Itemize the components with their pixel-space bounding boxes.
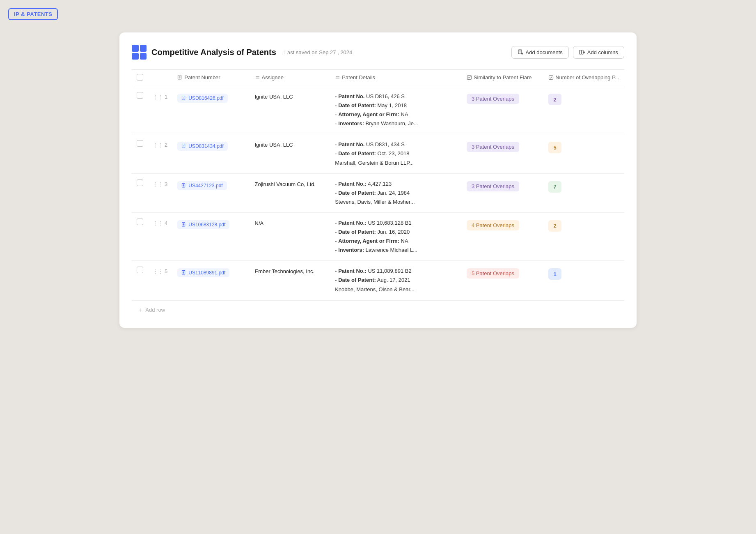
table-row: ⋮⋮ 3 US4427123.pdf Zojirushi Vacuum Co, …: [132, 173, 624, 212]
row-num-label: 2: [165, 142, 167, 148]
table-row: ⋮⋮ 2 USD831434.pdf Ignite USA, LLC- Pate…: [132, 134, 624, 173]
similarity-badge: 5 Patent Overlaps: [467, 268, 519, 279]
assignee-cell: Ember Technologies, Inc.: [250, 261, 330, 300]
similarity-cell: 3 Patent Overlaps: [462, 173, 543, 212]
row-checkbox[interactable]: [137, 219, 143, 225]
row-checkbox-cell: [132, 86, 148, 134]
table-row: ⋮⋮ 4 US10683128.pdf N/A- Patent No.: US …: [132, 212, 624, 260]
overlap-number-badge: 2: [548, 94, 561, 105]
file-doc-icon: [181, 270, 186, 275]
ip-patents-badge[interactable]: IP & PATENTS: [8, 8, 58, 20]
file-doc-icon: [181, 144, 186, 149]
drag-handle[interactable]: ⋮⋮: [153, 94, 163, 100]
add-col-icon: [579, 49, 585, 55]
row-num-label: 1: [165, 94, 167, 100]
patent-details-cell: - Patent No. US D831, 434 S- Date of Pat…: [330, 134, 462, 173]
patent-number-cell: USD816426.pdf: [172, 86, 250, 134]
row-checkbox-cell: [132, 173, 148, 212]
assignee-cell: N/A: [250, 212, 330, 260]
file-name-badge[interactable]: USD831434.pdf: [177, 142, 227, 151]
patent-details-cell: - Patent No.: US 10,683,128 B1- Date of …: [330, 212, 462, 260]
patent-number-cell: US10683128.pdf: [172, 212, 250, 260]
overlap-number-badge: 1: [548, 268, 561, 280]
similarity-header: Similarity to Patent Flare: [462, 70, 543, 86]
row-checkbox-cell: [132, 261, 148, 300]
row-number: ⋮⋮ 3: [148, 173, 172, 212]
patent-details-cell: - Patent No. US D816, 426 S- Date of Pat…: [330, 86, 462, 134]
table-row: ⋮⋮ 5 US11089891.pdf Ember Technologies, …: [132, 261, 624, 300]
patent-details-text: - Patent No.: 4,427,123- Date of Patent:…: [335, 180, 457, 207]
drag-handle[interactable]: ⋮⋮: [153, 220, 163, 226]
patent-number-cell: US4427123.pdf: [172, 173, 250, 212]
add-columns-button[interactable]: Add columns: [573, 46, 624, 59]
overlap-number-cell: 2: [543, 86, 624, 134]
table-header-row: Patent Number Assignee: [132, 70, 624, 86]
patent-details-text: - Patent No.: US 11,089,891 B2- Date of …: [335, 267, 457, 294]
checkbox-header[interactable]: [132, 70, 148, 86]
add-row[interactable]: + Add row: [132, 300, 624, 320]
row-checkbox[interactable]: [137, 140, 143, 147]
add-row-label: Add row: [145, 307, 165, 313]
patent-details-cell: - Patent No.: 4,427,123- Date of Patent:…: [330, 173, 462, 212]
add-row-plus: +: [138, 306, 142, 314]
add-documents-button[interactable]: Add documents: [511, 46, 569, 59]
row-number: ⋮⋮ 4: [148, 212, 172, 260]
main-card: Competitive Analysis of Patents Last sav…: [119, 32, 637, 328]
row-number: ⋮⋮ 2: [148, 134, 172, 173]
patent-details-text: - Patent No.: US 10,683,128 B1- Date of …: [335, 219, 457, 255]
row-num-label: 5: [165, 268, 167, 274]
overlap-number-cell: 1: [543, 261, 624, 300]
similarity-cell: 5 Patent Overlaps: [462, 261, 543, 300]
similarity-cell: 3 Patent Overlaps: [462, 134, 543, 173]
row-checkbox[interactable]: [137, 92, 143, 99]
file-name-badge[interactable]: US11089891.pdf: [177, 268, 229, 277]
table-row: ⋮⋮ 1 USD816426.pdf Ignite USA, LLC- Pate…: [132, 86, 624, 134]
row-checkbox-cell: [132, 212, 148, 260]
similarity-badge: 3 Patent Overlaps: [467, 181, 519, 191]
table-body: ⋮⋮ 1 USD816426.pdf Ignite USA, LLC- Pate…: [132, 86, 624, 300]
header-buttons: Add documents Add columns: [511, 46, 625, 59]
row-checkbox-cell: [132, 134, 148, 173]
file-name-badge[interactable]: US4427123.pdf: [177, 181, 227, 190]
check-col-icon-1: [467, 75, 472, 80]
equals-col-icon-1: [255, 75, 260, 80]
patent-details-header: Patent Details: [330, 70, 462, 86]
row-checkbox[interactable]: [137, 180, 143, 186]
similarity-badge: 3 Patent Overlaps: [467, 142, 519, 152]
row-number: ⋮⋮ 1: [148, 86, 172, 134]
overlap-number-cell: 7: [543, 173, 624, 212]
row-checkbox[interactable]: [137, 267, 143, 273]
drag-handle[interactable]: ⋮⋮: [153, 269, 163, 274]
file-name-badge[interactable]: US10683128.pdf: [177, 220, 229, 229]
row-num-label: 4: [165, 220, 167, 226]
similarity-cell: 3 Patent Overlaps: [462, 86, 543, 134]
assignee-cell: Ignite USA, LLC: [250, 134, 330, 173]
drag-handle[interactable]: ⋮⋮: [153, 181, 163, 187]
top-badge-wrapper: IP & PATENTS: [8, 8, 748, 32]
last-saved: Last saved on Sep 27 , 2024: [284, 49, 353, 55]
similarity-badge: 3 Patent Overlaps: [467, 94, 519, 104]
overlap-number-badge: 5: [548, 142, 561, 153]
file-name-badge[interactable]: USD816426.pdf: [177, 94, 227, 103]
assignee-header: Assignee: [250, 70, 330, 86]
patents-table: Patent Number Assignee: [132, 69, 624, 300]
table-wrapper: Patent Number Assignee: [132, 69, 624, 320]
card-header-left: Competitive Analysis of Patents Last sav…: [132, 45, 352, 60]
patent-details-text: - Patent No. US D831, 434 S- Date of Pat…: [335, 140, 457, 167]
patent-details-text: - Patent No. US D816, 426 S- Date of Pat…: [335, 92, 457, 128]
select-all-checkbox[interactable]: [137, 74, 143, 81]
assignee-cell: Zojirushi Vacuum Co, Ltd.: [250, 173, 330, 212]
file-doc-icon: [181, 222, 186, 227]
similarity-badge: 4 Patent Overlaps: [467, 220, 519, 230]
equals-col-icon-2: [335, 75, 340, 80]
overlapping-header: Number of Overlapping P...: [543, 70, 624, 86]
card-title: Competitive Analysis of Patents: [151, 48, 276, 57]
svg-rect-17: [467, 76, 471, 80]
overlap-number-cell: 2: [543, 212, 624, 260]
add-doc-icon: [518, 49, 523, 55]
assignee-cell: Ignite USA, LLC: [250, 86, 330, 134]
card-header: Competitive Analysis of Patents Last sav…: [132, 45, 624, 60]
drag-handle[interactable]: ⋮⋮: [153, 142, 163, 148]
patent-number-cell: US11089891.pdf: [172, 261, 250, 300]
row-number: ⋮⋮ 5: [148, 261, 172, 300]
